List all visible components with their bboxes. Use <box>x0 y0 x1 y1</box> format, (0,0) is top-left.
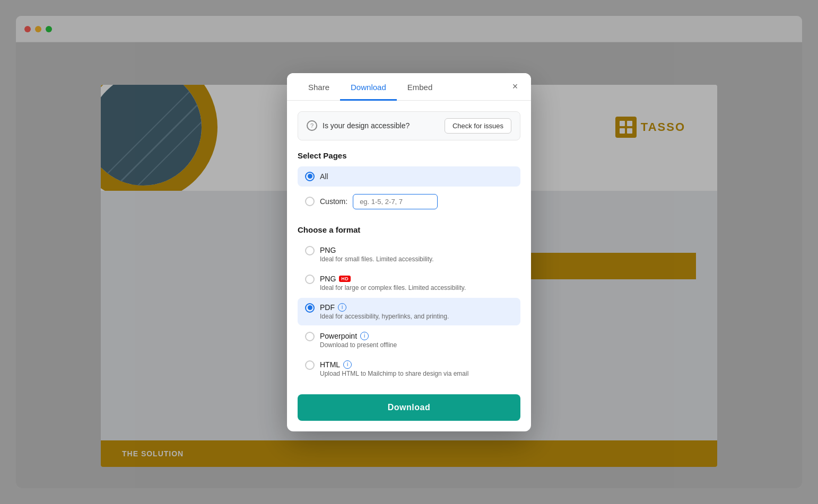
format-desc-png-hd: Ideal for large or complex files. Limite… <box>320 284 513 291</box>
accessibility-question: Is your design accessible? <box>323 121 439 130</box>
download-button[interactable]: Download <box>298 394 520 421</box>
accessibility-info-icon: ? <box>307 120 317 131</box>
format-name-powerpoint: Powerpoint <box>320 332 357 340</box>
format-info-png: PNG Ideal for small files. Limited acces… <box>320 246 513 263</box>
format-option-pdf[interactable]: PDF i Ideal for accessibility, hyperlink… <box>298 298 520 325</box>
check-issues-button[interactable]: Check for issues <box>445 118 511 134</box>
radio-pdf <box>305 303 315 313</box>
choose-format-section: Choose a format PNG Ideal for small file… <box>298 225 520 383</box>
close-button[interactable]: × <box>508 79 523 94</box>
radio-dot-all <box>308 174 312 179</box>
pages-all-label: All <box>320 172 328 181</box>
pdf-info-icon[interactable]: i <box>338 303 346 312</box>
powerpoint-info-icon[interactable]: i <box>360 332 369 340</box>
modal-dialog: Share Download Embed × ? Is your design … <box>287 73 531 431</box>
select-pages-title: Select Pages <box>298 151 520 160</box>
format-name-html: HTML <box>320 360 340 369</box>
hd-badge: HD <box>339 276 351 282</box>
format-option-png[interactable]: PNG Ideal for small files. Limited acces… <box>298 241 520 268</box>
radio-powerpoint <box>305 332 315 341</box>
choose-format-title: Choose a format <box>298 225 520 234</box>
radio-all <box>305 172 315 181</box>
format-desc-powerpoint: Download to present offline <box>320 341 513 349</box>
format-option-png-hd[interactable]: PNG HD Ideal for large or complex files.… <box>298 269 520 297</box>
format-name-pdf: PDF <box>320 303 335 312</box>
format-info-png-hd: PNG HD Ideal for large or complex files.… <box>320 275 513 291</box>
html-info-icon[interactable]: i <box>343 360 352 369</box>
tab-embed[interactable]: Embed <box>397 73 443 101</box>
tab-download[interactable]: Download <box>340 73 397 101</box>
modal-overlay: Share Download Embed × ? Is your design … <box>0 0 818 504</box>
format-desc-html: Upload HTML to Mailchimp to share design… <box>320 370 513 377</box>
modal-tabs: Share Download Embed × <box>287 73 531 101</box>
pages-custom-label: Custom: <box>320 197 347 206</box>
radio-html <box>305 360 315 370</box>
modal-body: ? Is your design accessible? Check for i… <box>287 101 531 431</box>
radio-png <box>305 246 315 255</box>
pages-option-all[interactable]: All <box>298 166 520 187</box>
accessibility-banner: ? Is your design accessible? Check for i… <box>298 111 520 140</box>
format-desc-png: Ideal for small files. Limited accessibi… <box>320 255 513 263</box>
tab-share[interactable]: Share <box>298 73 340 101</box>
format-info-html: HTML i Upload HTML to Mailchimp to share… <box>320 360 513 377</box>
format-desc-pdf: Ideal for accessibility, hyperlinks, and… <box>320 313 513 320</box>
format-info-powerpoint: Powerpoint i Download to present offline <box>320 332 513 349</box>
select-pages-section: Select Pages All Custom: <box>298 151 520 215</box>
format-name-png: PNG <box>320 246 336 254</box>
format-name-png-hd: PNG <box>320 275 336 283</box>
radio-dot-pdf <box>308 305 312 310</box>
pages-option-custom[interactable]: Custom: <box>298 189 520 215</box>
custom-pages-input[interactable] <box>353 194 438 209</box>
radio-png-hd <box>305 275 315 284</box>
radio-custom <box>305 197 315 206</box>
format-option-powerpoint[interactable]: Powerpoint i Download to present offline <box>298 326 520 354</box>
format-option-html[interactable]: HTML i Upload HTML to Mailchimp to share… <box>298 355 520 383</box>
format-info-pdf: PDF i Ideal for accessibility, hyperlink… <box>320 303 513 320</box>
